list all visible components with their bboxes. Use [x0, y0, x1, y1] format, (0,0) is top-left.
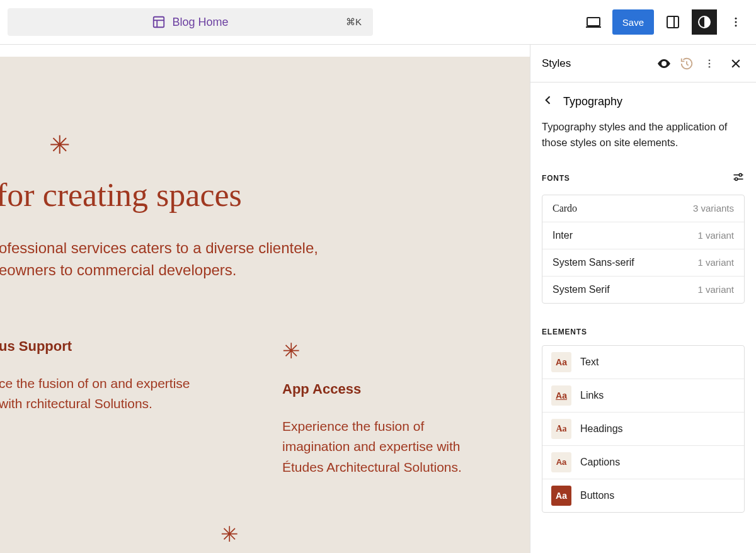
- svg-rect-3: [587, 18, 600, 26]
- svg-rect-0: [154, 17, 164, 28]
- element-row[interactable]: AaButtons: [542, 479, 744, 512]
- preview-icon[interactable]: [655, 55, 673, 72]
- svg-point-14: [709, 62, 711, 64]
- element-label: Buttons: [580, 490, 614, 501]
- svg-point-10: [735, 25, 737, 26]
- typography-preview-badge: Aa: [551, 352, 571, 372]
- column-heading: us Support: [0, 338, 200, 355]
- feature-column: ✳ App Access Experience the fusion of im…: [282, 338, 484, 478]
- feature-column: us Support ce the fusion of on and exper…: [0, 338, 200, 478]
- font-settings-icon[interactable]: [732, 171, 745, 186]
- font-name: Cardo: [553, 203, 577, 214]
- command-palette-trigger[interactable]: Blog Home ⌘K: [8, 8, 373, 36]
- save-button[interactable]: Save: [612, 9, 654, 35]
- svg-point-19: [739, 173, 742, 176]
- page-preview: ✳ for creating spaces ofessional service…: [0, 57, 530, 553]
- svg-rect-5: [667, 16, 679, 28]
- device-preview-button[interactable]: [581, 9, 606, 35]
- command-label: Blog Home: [172, 16, 228, 29]
- ornament-icon: ✳: [282, 338, 484, 363]
- element-row[interactable]: AaCaptions: [542, 446, 744, 479]
- typography-preview-badge: Aa: [551, 452, 571, 472]
- revisions-icon[interactable]: [678, 55, 696, 72]
- close-icon[interactable]: [727, 55, 745, 72]
- panel-more-icon[interactable]: [701, 55, 718, 72]
- top-toolbar: Blog Home ⌘K Save: [0, 0, 756, 45]
- font-name: System Sans-serif: [553, 257, 634, 268]
- svg-point-21: [735, 178, 738, 180]
- font-variant-count: 1 variant: [697, 284, 734, 295]
- element-label: Links: [580, 390, 604, 401]
- subtext: ofessional services caters to a diverse …: [0, 237, 530, 282]
- svg-line-12: [687, 64, 689, 65]
- element-list: AaTextAaLinksAaHeadingsAaCaptionsAaButto…: [542, 345, 745, 513]
- breadcrumb-title: Typography: [563, 95, 622, 108]
- element-label: Text: [580, 356, 598, 368]
- font-row[interactable]: System Sans-serif1 variant: [542, 249, 744, 276]
- more-options-button[interactable]: [723, 9, 748, 35]
- column-body: Experience the fusion of imagination and…: [282, 416, 484, 478]
- font-variant-count: 3 variants: [693, 203, 734, 214]
- svg-point-8: [735, 18, 737, 20]
- svg-point-15: [709, 66, 711, 67]
- font-variant-count: 1 variant: [697, 230, 734, 241]
- element-row[interactable]: AaLinks: [542, 379, 744, 413]
- layout-icon: [152, 15, 166, 29]
- styles-toggle[interactable]: [692, 9, 717, 35]
- font-list: Cardo3 variantsInter1 variantSystem Sans…: [542, 195, 745, 304]
- svg-point-13: [709, 59, 711, 61]
- panel-description: Typography styles and the application of…: [530, 115, 756, 164]
- typography-preview-badge: Aa: [551, 385, 571, 406]
- element-row[interactable]: AaText: [542, 346, 744, 379]
- command-shortcut: ⌘K: [346, 16, 362, 28]
- panel-header: Styles: [530, 45, 756, 83]
- typography-preview-badge: Aa: [551, 419, 571, 439]
- back-button[interactable]: [542, 94, 554, 109]
- font-row[interactable]: System Serif1 variant: [542, 276, 744, 303]
- elements-section-header: ELEMENTS: [530, 321, 756, 345]
- font-name: System Serif: [553, 284, 610, 295]
- editor-canvas[interactable]: ✳ for creating spaces ofessional service…: [0, 45, 530, 553]
- font-row[interactable]: Cardo3 variants: [542, 195, 744, 222]
- styles-sidebar: Styles: [530, 45, 756, 553]
- panel-breadcrumb: Typography: [530, 83, 756, 115]
- column-body: ce the fusion of on and expertise with r…: [0, 373, 200, 414]
- font-name: Inter: [553, 230, 573, 241]
- panel-title: Styles: [542, 57, 650, 70]
- fonts-section-header: FONTS: [530, 164, 756, 195]
- font-row[interactable]: Inter1 variant: [542, 222, 744, 249]
- element-label: Headings: [580, 423, 623, 435]
- ornament-icon: ✳: [220, 522, 530, 547]
- ornament-icon: ✳: [49, 132, 530, 157]
- typography-preview-badge: Aa: [551, 486, 571, 506]
- svg-point-9: [735, 21, 737, 23]
- settings-panel-toggle[interactable]: [660, 9, 685, 35]
- column-heading: App Access: [282, 381, 484, 397]
- font-variant-count: 1 variant: [697, 257, 734, 268]
- element-row[interactable]: AaHeadings: [542, 413, 744, 446]
- element-label: Captions: [580, 457, 620, 468]
- headline-text: for creating spaces: [0, 176, 530, 214]
